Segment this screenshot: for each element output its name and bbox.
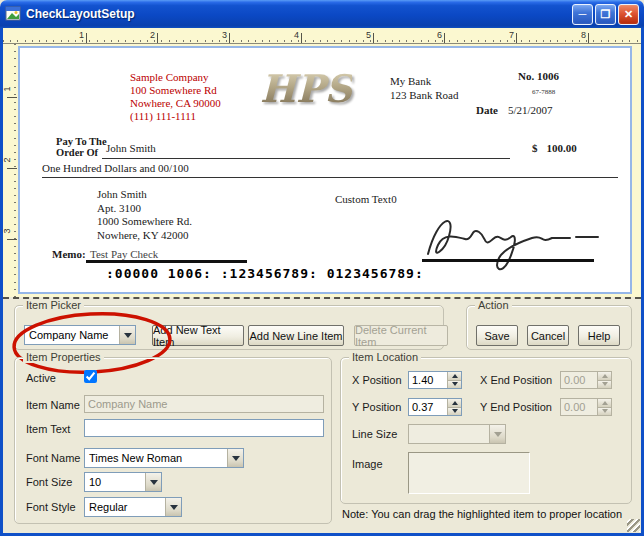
amount-words[interactable]: One Hundred Dollars and 00/100 <box>42 162 618 178</box>
active-checkbox[interactable] <box>84 370 97 383</box>
date-row[interactable]: Date 5/21/2007 <box>476 104 553 116</box>
x-position-value: 1.40 <box>412 374 433 386</box>
bank-block[interactable]: My Bank 123 Bank Road <box>390 74 458 102</box>
vertical-ruler: 1 2 3 <box>3 44 17 297</box>
help-button[interactable]: Help <box>578 325 620 346</box>
memo-value[interactable]: Test Pay Check <box>90 248 158 260</box>
date-label: Date <box>476 104 498 116</box>
item-text-label: Item Text <box>26 423 70 435</box>
hps-logo[interactable]: HPS <box>260 66 352 111</box>
horizontal-ruler: 1 2 3 4 5 6 7 8 <box>3 29 641 44</box>
spinner-arrows-icon <box>597 372 611 388</box>
ruler-tick <box>229 33 230 43</box>
panel-divider <box>3 297 641 299</box>
dropdown-arrow-icon[interactable] <box>119 326 135 344</box>
maximize-button[interactable]: ❐ <box>595 4 616 25</box>
payee-name[interactable]: John Smith <box>106 142 156 154</box>
image-preview-box <box>408 452 530 494</box>
line-size-label: Line Size <box>352 428 397 440</box>
delete-current-item-button: Delete Current Item <box>354 325 448 346</box>
amount[interactable]: $ 100.00 <box>532 142 577 154</box>
item-name-label: Item Name <box>26 399 80 411</box>
y-end-position-label: Y End Position <box>480 401 552 413</box>
payee-address-line[interactable]: Nowhere, KY 42000 <box>97 229 192 243</box>
save-button[interactable]: Save <box>476 325 518 346</box>
dropdown-arrow-icon[interactable] <box>227 449 243 467</box>
ruler-number: 1 <box>2 86 12 91</box>
font-style-label: Font Style <box>26 501 76 513</box>
spinner-arrows-icon[interactable] <box>447 399 461 415</box>
ruler-tick <box>373 33 374 43</box>
x-position-spinner[interactable]: 1.40 <box>408 371 462 389</box>
ruler-tick <box>516 33 517 43</box>
ruler-number: 1 <box>69 30 84 40</box>
font-size-label: Font Size <box>26 476 72 488</box>
memo-underline <box>86 260 247 263</box>
company-address1[interactable]: 100 Somewhere Rd <box>130 84 221 97</box>
dropdown-arrow-icon[interactable] <box>145 473 161 491</box>
y-end-position-spinner: 0.00 <box>560 398 612 416</box>
item-select-combobox[interactable]: Company Name <box>24 325 136 345</box>
item-picker-group-label: Item Picker <box>23 299 84 311</box>
ruler-tick <box>301 33 302 43</box>
ruler-number: 7 <box>499 30 514 40</box>
ruler-number: 3 <box>2 228 12 233</box>
bank-address[interactable]: 123 Bank Road <box>390 88 458 102</box>
signature-line <box>422 259 594 262</box>
x-end-position-spinner: 0.00 <box>560 371 612 389</box>
ruler-number: 4 <box>284 30 299 40</box>
dropdown-arrow-icon[interactable] <box>165 498 181 516</box>
company-name[interactable]: Sample Company <box>130 71 221 84</box>
active-label: Active <box>26 372 56 384</box>
resize-grip[interactable] <box>627 519 640 532</box>
ruler-number: 3 <box>212 30 227 40</box>
pay-to-line1: Pay To The <box>56 136 107 147</box>
pay-to-label: Pay To The Order Of <box>56 136 107 158</box>
micr-line[interactable]: :00000 1006: :123456789: 0123456789: <box>106 266 424 281</box>
custom-text[interactable]: Custom Text0 <box>335 193 397 205</box>
ruler-tick <box>588 33 589 43</box>
add-new-line-item-button[interactable]: Add New Line Item <box>248 325 344 346</box>
company-address-block[interactable]: Sample Company 100 Somewhere Rd Nowhere,… <box>130 71 221 123</box>
item-name-field <box>84 395 324 413</box>
ruler-tick <box>444 33 445 43</box>
company-address2[interactable]: Nowhere, CA 90000 <box>130 97 221 110</box>
company-phone[interactable]: (111) 111-1111 <box>130 110 221 123</box>
minimize-button[interactable]: ─ <box>572 4 593 25</box>
check-preview: Sample Company 100 Somewhere Rd Nowhere,… <box>18 46 632 294</box>
payee-address-block[interactable]: John Smith Apt. 3100 1000 Somewhere Rd. … <box>97 188 192 242</box>
ruler-tick <box>86 33 87 43</box>
font-name-value: Times New Roman <box>89 452 182 464</box>
check-number[interactable]: No. 1006 <box>518 70 559 82</box>
payee-address-line[interactable]: Apt. 3100 <box>97 202 192 216</box>
font-name-combobox[interactable]: Times New Roman <box>84 448 244 468</box>
bank-fraction[interactable]: 67-7888 <box>532 88 555 96</box>
y-position-spinner[interactable]: 0.37 <box>408 398 462 416</box>
title-bar[interactable]: CheckLayoutSetup ─ ❐ ✕ <box>0 0 644 28</box>
payee-address-line[interactable]: 1000 Somewhere Rd. <box>97 215 192 229</box>
app-icon <box>5 6 21 22</box>
bank-name[interactable]: My Bank <box>390 74 458 88</box>
ruler-tick <box>7 239 17 240</box>
item-properties-group-label: Item Properties <box>23 351 104 363</box>
ruler-number: 5 <box>356 30 371 40</box>
date-value[interactable]: 5/21/2007 <box>508 104 553 116</box>
pay-to-line2: Order Of <box>56 147 107 158</box>
spinner-arrows-icon[interactable] <box>447 372 461 388</box>
y-end-position-value: 0.00 <box>564 401 585 413</box>
close-button[interactable]: ✕ <box>618 4 639 25</box>
font-size-combobox[interactable]: 10 <box>84 472 162 492</box>
ruler-number: 6 <box>427 30 442 40</box>
add-new-text-item-button[interactable]: Add New Text Item <box>152 325 244 346</box>
font-style-combobox[interactable]: Regular <box>84 497 182 517</box>
font-size-value: 10 <box>89 476 101 488</box>
payee-address-line[interactable]: John Smith <box>97 188 192 202</box>
cancel-button[interactable]: Cancel <box>527 325 569 346</box>
spinner-arrows-icon <box>597 399 611 415</box>
ruler-tick <box>7 168 17 169</box>
ruler-tick <box>7 97 17 98</box>
ruler-number: 2 <box>140 30 155 40</box>
ruler-tick <box>157 33 158 43</box>
amount-value[interactable]: 100.00 <box>547 142 577 154</box>
item-text-field[interactable] <box>84 419 324 437</box>
